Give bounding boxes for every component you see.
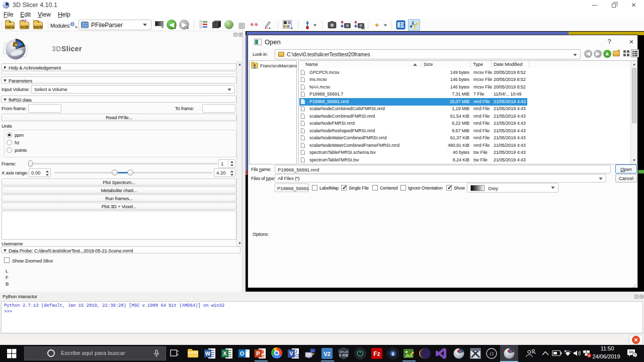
dialog-help-button[interactable]: ? <box>604 38 614 47</box>
taskbar-filezilla[interactable]: Fz <box>371 347 383 359</box>
column-header-type[interactable]: Type <box>471 61 492 68</box>
column-header-name[interactable]: Name <box>299 61 422 68</box>
taskbar-remote-desktop[interactable] <box>304 347 316 359</box>
tray-clock-time[interactable]: 11:50 <box>594 345 621 351</box>
tray-clock-date[interactable]: 24/06/2019 <box>590 353 623 359</box>
scroll-down-icon[interactable]: ▼ <box>632 158 636 163</box>
microphone-icon[interactable] <box>153 349 159 358</box>
load-dicom-icon[interactable]: ✦✦ DCM <box>20 22 29 29</box>
run-frames-button[interactable]: Run frames... <box>2 195 236 202</box>
single-file-checkbox[interactable]: ✓ <box>341 185 347 191</box>
paint-icon[interactable] <box>264 21 272 29</box>
tray-people-icon[interactable] <box>525 349 536 358</box>
to-frame-input[interactable] <box>202 104 235 113</box>
list-view-button[interactable] <box>623 50 630 57</box>
read-pfile-button[interactable]: Read PFile... <box>2 114 236 121</box>
taskbar-outlook[interactable]: O <box>238 347 251 359</box>
file-row[interactable]: scalarNodeCombinedFMRSI.nrrd61,54 KiBnrr… <box>299 113 527 120</box>
scrollbar-thumb[interactable] <box>632 68 636 123</box>
tray-chevron-icon[interactable] <box>542 351 549 355</box>
taskbar-chrome[interactable] <box>271 347 283 359</box>
xaxis-min-handle[interactable] <box>112 169 118 175</box>
output-textarea[interactable] <box>2 211 236 240</box>
taskbar-visual-studio[interactable] <box>435 347 447 359</box>
taskbar-mplab-ipe[interactable] <box>354 347 366 359</box>
file-row[interactable]: Ins.mcsv146 bytesmcsv File20/05/2019 8:5… <box>299 76 527 84</box>
taskbar-vnc[interactable]: V2 <box>321 347 333 359</box>
taskbar-photo-editor[interactable] <box>403 347 415 359</box>
frame-slider[interactable] <box>28 163 217 164</box>
back-button[interactable]: ◀ <box>584 50 592 58</box>
file-row[interactable]: P19968_56691.77,31 MiB7 File11/04/... 10… <box>299 91 527 99</box>
file-row[interactable]: GPCPCh.mcsv149 bytesmcsv File20/05/2019 … <box>299 69 527 76</box>
taskbar-xapp[interactable] <box>469 347 481 359</box>
extensions-manager-icon[interactable] <box>396 20 406 30</box>
close-button[interactable]: ✕ <box>622 0 644 10</box>
tray-wifi-icon[interactable]: ✱ <box>563 349 573 357</box>
taskbar-excel[interactable]: X <box>221 347 233 359</box>
file-row[interactable]: scalarNodeCombinedCoilsFMRSI.nrrd1,19 Mi… <box>299 106 527 113</box>
module-selector[interactable]: PFileParser <box>78 20 151 30</box>
labelmap-checkbox[interactable] <box>312 185 317 191</box>
crop-volume-icon[interactable] <box>211 20 221 30</box>
file-row[interactable]: spectrumTableFMRSI.tsv8,24 KiBtsv File21… <box>299 156 527 164</box>
task-view-button[interactable] <box>170 349 179 357</box>
section-help-acknowledgement[interactable]: Help & Acknowledgement <box>1 63 236 70</box>
xaxis-max-handle[interactable] <box>127 169 133 175</box>
tray-battery-icon[interactable] <box>552 350 562 356</box>
up-folder-button[interactable]: ▲ <box>603 50 611 58</box>
show-checkbox[interactable]: ✓ <box>446 185 452 191</box>
taskbar-powerpoint[interactable]: P <box>255 347 267 359</box>
xaxis-min-spinbox[interactable]: 0.00 <box>29 168 51 177</box>
column-header-size[interactable]: Size <box>422 61 471 68</box>
show-zoomed-slice-checkbox[interactable] <box>4 257 10 263</box>
cancel-button[interactable]: Cancel <box>615 174 637 183</box>
from-frame-input[interactable] <box>28 104 61 113</box>
file-row[interactable]: scalarNodeReshapedFMRSI.nrrd9,57 MiBnrrd… <box>299 127 527 135</box>
frame-spin-arrows[interactable] <box>228 159 235 168</box>
module-list-icon[interactable] <box>199 20 208 29</box>
centered-checkbox[interactable] <box>372 185 378 191</box>
frame-slider-handle[interactable] <box>28 160 33 167</box>
load-data-icon[interactable]: ▲ DATA <box>5 22 15 29</box>
taskbar-file-explorer[interactable] <box>187 347 199 359</box>
section-fmrsi-data[interactable]: fMRSI data <box>1 96 236 103</box>
look-in-combobox[interactable]: C:\dev\0.test\slicerTest\test20frames <box>275 49 581 59</box>
column-header-date[interactable]: Date Modified <box>492 61 529 68</box>
panel-scrollbar[interactable]: ▲ ▼ <box>236 61 242 246</box>
taskbar-slicer[interactable] <box>453 347 465 359</box>
undock-panel-icon[interactable]: ↗ <box>233 33 237 37</box>
radio-points[interactable] <box>7 147 12 153</box>
colormap-combobox[interactable]: Grey <box>467 183 558 193</box>
section-data-probe[interactable]: Data Probe: C:/dev/0.test/slicerTest...2… <box>1 246 240 253</box>
scroll-up-icon[interactable]: ▲ <box>237 62 242 67</box>
input-volume-combobox[interactable]: Select a Volume <box>31 85 235 94</box>
crosshair-icon[interactable]: ✦ <box>373 21 381 29</box>
open-button[interactable]: Open <box>615 164 637 173</box>
close-console-icon[interactable]: ✕ <box>639 295 643 299</box>
scroll-down-icon[interactable]: ▼ <box>237 241 242 246</box>
resize-grip[interactable] <box>631 283 637 288</box>
list-scrollbar[interactable]: ▲ ▼ <box>630 61 637 164</box>
screenshot-icon[interactable] <box>328 21 337 29</box>
plot-3d-voxel-button[interactable]: Plot 3D + Voxel... <box>2 203 236 210</box>
volume-rendering-icon[interactable] <box>224 20 233 29</box>
start-button[interactable] <box>7 349 17 358</box>
taskbar-mplab-ide[interactable]: MPLABX IDE <box>338 347 350 359</box>
file-name-input[interactable]: P19968_56691.nrrd <box>275 165 611 173</box>
python-console-button[interactable] <box>408 19 420 31</box>
file-row[interactable]: scalarNodeWaterCombinedFrameFMRSI.nrrd49… <box>299 142 527 149</box>
menu-file[interactable]: File <box>0 10 17 19</box>
close-panel-icon[interactable]: ✕ <box>238 33 243 37</box>
file-row[interactable]: NAA.mcsv146 bytesmcsv File20/05/2019 8:5… <box>299 83 527 91</box>
prefix-input[interactable]: P19968_56691 <box>275 184 309 192</box>
module-search-icon[interactable] <box>69 21 77 29</box>
taskbar-search[interactable]: Escribe aquí para buscar <box>24 346 166 360</box>
file-row[interactable]: scalarNodeWaterCombinedFMRSI.nrrd61,37 K… <box>299 135 527 142</box>
notification-center-button[interactable]: 2 <box>627 349 637 357</box>
taskbar-bitwarden[interactable]: 8 <box>387 347 399 359</box>
menu-view[interactable]: View <box>34 10 54 19</box>
forward-button[interactable]: ▶ <box>594 50 602 58</box>
file-row[interactable]: scalarNodeFMRSI.nrrd6,22 MiBnrrd File21/… <box>299 120 527 128</box>
taskbar-word[interactable]: W <box>204 347 216 359</box>
